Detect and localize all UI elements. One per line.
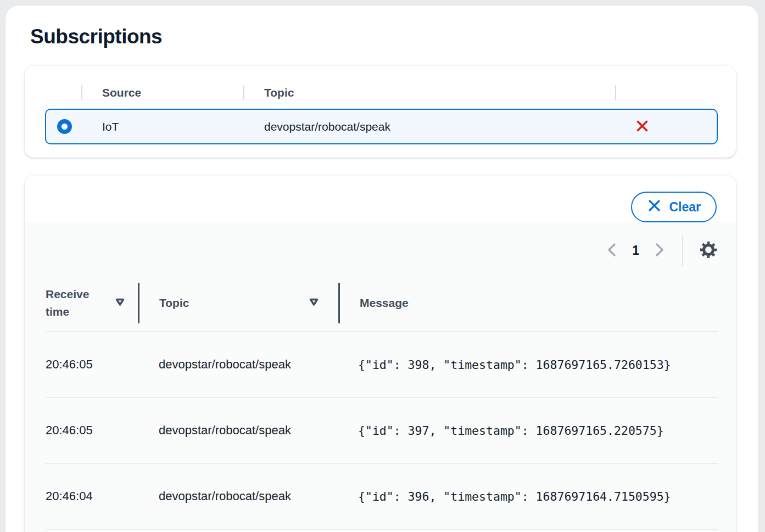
page: Subscriptions Source Topic IoT devopstar… [0, 0, 765, 532]
message-topic: devopstar/robocat/speak [138, 489, 338, 503]
message-row[interactable]: 20:46:05 devopstar/robocat/speak {"id": … [46, 332, 718, 398]
subscription-topic: devopstar/robocat/speak [244, 120, 616, 133]
subscriptions-panel: Subscriptions Source Topic IoT devopstar… [5, 5, 758, 532]
subscription-actions [616, 120, 717, 134]
toolbar-divider [682, 235, 683, 266]
message-payload: {"id": 397, "timestamp": 1687697165.2205… [338, 424, 718, 438]
page-title: Subscriptions [30, 25, 741, 48]
message-row[interactable]: 20:46:05 devopstar/robocat/speak {"id": … [46, 398, 718, 464]
messages-toolbar: 1 [46, 222, 718, 275]
chevron-left-icon [606, 243, 618, 259]
message-receive-time: 20:46:05 [46, 423, 138, 438]
topic-column-label: Topic [159, 294, 189, 312]
messages-card: Clear 1 [25, 176, 736, 532]
message-receive-time: 20:46:05 [46, 357, 138, 372]
message-row[interactable]: 20:46:04 devopstar/robocat/speak {"id": … [46, 464, 718, 530]
message-receive-time: 20:46:04 [46, 489, 138, 503]
subscriptions-source-column-header: Source [81, 85, 243, 100]
message-column-label: Message [360, 294, 409, 312]
subscriptions-select-column-header [45, 85, 81, 100]
receive-time-column-label: Receive time [46, 285, 115, 320]
topic-column-header: Topic [138, 283, 338, 323]
pagination-next-button[interactable] [654, 243, 666, 259]
subscriptions-card: Source Topic IoT devopstar/robocat/speak [25, 66, 736, 158]
message-column-header: Message [338, 283, 718, 323]
subscription-source: IoT [82, 120, 244, 133]
messages-card-body: 1 [25, 222, 736, 532]
subscription-radio-selected[interactable] [57, 119, 72, 134]
subscription-row[interactable]: IoT devopstar/robocat/speak [45, 109, 718, 144]
gear-icon [699, 240, 718, 261]
table-settings-button[interactable] [699, 240, 718, 261]
chevron-right-icon [654, 243, 666, 259]
pagination-previous-button[interactable] [606, 243, 618, 259]
receive-time-sort-button[interactable] [115, 298, 125, 308]
remove-subscription-button[interactable] [636, 120, 649, 134]
subscriptions-topic-column-header: Topic [243, 85, 615, 100]
close-x-icon [647, 198, 662, 216]
messages-table-header: Receive time Topi [46, 275, 718, 332]
message-topic: devopstar/robocat/speak [138, 423, 338, 438]
subscriptions-table-header: Source Topic [45, 80, 718, 105]
clear-button[interactable]: Clear [631, 192, 717, 222]
caret-down-icon [309, 298, 319, 308]
receive-time-column-header: Receive time [46, 283, 138, 323]
subscriptions-actions-column-header [615, 85, 718, 100]
messages-card-header: Clear [25, 176, 736, 222]
topic-sort-button[interactable] [309, 298, 319, 308]
caret-down-icon [115, 298, 125, 308]
message-payload: {"id": 398, "timestamp": 1687697165.7260… [338, 358, 718, 372]
clear-button-label: Clear [669, 200, 701, 215]
close-x-icon [636, 120, 649, 134]
message-payload: {"id": 396, "timestamp": 1687697164.7150… [338, 490, 718, 503]
message-topic: devopstar/robocat/speak [138, 357, 338, 372]
subscription-radio-cell [46, 119, 82, 134]
pagination-current-page: 1 [632, 243, 639, 258]
